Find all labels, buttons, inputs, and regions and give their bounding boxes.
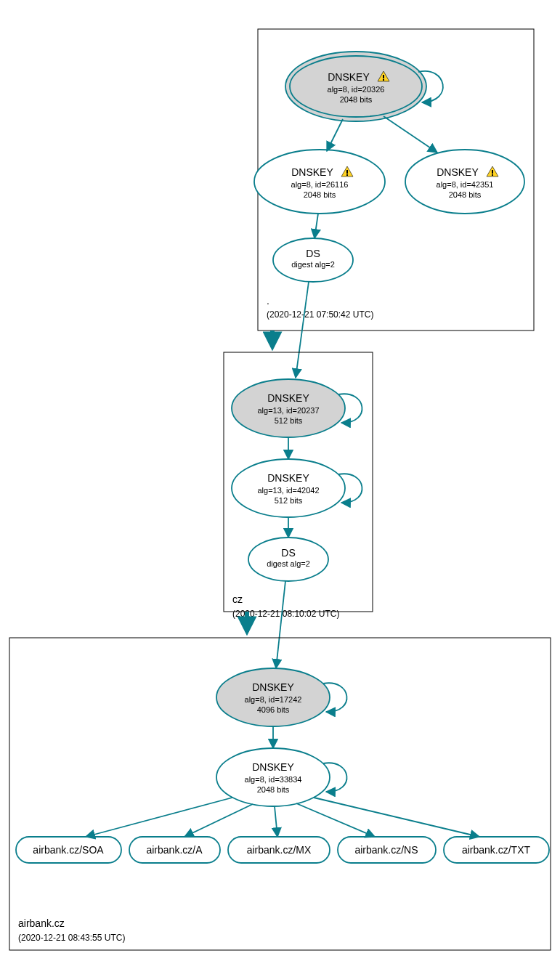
- node-ab-zsk: DNSKEY alg=8, id=33834 2048 bits: [216, 748, 330, 806]
- zone-root-name: .: [267, 295, 269, 307]
- cz-zsk-alg: alg=13, id=42042: [257, 486, 319, 495]
- root-zsk1-bits: 2048 bits: [304, 190, 336, 199]
- node-cz-ksk: DNSKEY alg=13, id=20237 512 bits: [232, 379, 345, 437]
- cz-ds-title: DS: [281, 547, 295, 559]
- record-a-label: airbank.cz/A: [146, 844, 203, 856]
- node-root-ds: DS digest alg=2: [273, 238, 353, 282]
- root-zsk2-alg: alg=8, id=42351: [437, 180, 494, 189]
- edge-root-ksk-zsk2: [384, 116, 437, 153]
- node-ab-ksk: DNSKEY alg=8, id=17242 4096 bits: [216, 668, 330, 726]
- zone-airbank: airbank.cz (2020-12-21 08:43:55 UTC) DNS…: [9, 638, 551, 950]
- zone-airbank-time: (2020-12-21 08:43:55 UTC): [18, 933, 125, 943]
- zone-cz: cz (2020-12-21 08:10:02 UTC) DNSKEY alg=…: [224, 352, 373, 619]
- record-soa: airbank.cz/SOA: [16, 837, 121, 863]
- edge-ab-zsk-mx: [275, 806, 277, 837]
- root-zsk2-bits: 2048 bits: [449, 190, 482, 199]
- root-ksk-title: DNSKEY: [328, 71, 370, 83]
- zone-cz-name: cz: [232, 593, 243, 605]
- edge-root-ksk-zsk1: [327, 119, 343, 151]
- record-mx: airbank.cz/MX: [228, 837, 330, 863]
- root-ds-alg: digest alg=2: [291, 260, 335, 269]
- root-ds-title: DS: [306, 248, 320, 259]
- node-root-zsk2: DNSKEY alg=8, id=42351 2048 bits: [405, 150, 524, 214]
- node-root-zsk1: DNSKEY alg=8, id=26116 2048 bits: [254, 150, 385, 214]
- ab-ksk-bits: 4096 bits: [257, 705, 290, 714]
- edge-ab-zsk-ns: [296, 803, 375, 837]
- edge-ab-zsk-a: [184, 804, 253, 837]
- record-ns-label: airbank.cz/NS: [354, 844, 418, 856]
- record-soa-label: airbank.cz/SOA: [33, 844, 104, 856]
- root-ksk-alg: alg=8, id=20326: [328, 85, 385, 94]
- cz-ksk-alg: alg=13, id=20237: [257, 406, 319, 415]
- root-ksk-bits: 2048 bits: [340, 95, 373, 104]
- node-cz-ds: DS digest alg=2: [248, 538, 328, 581]
- cz-zsk-bits: 512 bits: [275, 496, 303, 505]
- dnssec-diagram: . (2020-12-21 07:50:42 UTC) DNSKEY alg=8…: [0, 0, 560, 961]
- ab-zsk-title: DNSKEY: [252, 761, 294, 773]
- cz-zsk-title: DNSKEY: [267, 472, 309, 484]
- node-cz-zsk: DNSKEY alg=13, id=42042 512 bits: [232, 459, 345, 517]
- zone-airbank-name: airbank.cz: [18, 917, 65, 929]
- ab-zsk-alg: alg=8, id=33834: [245, 775, 302, 784]
- root-zsk2-title: DNSKEY: [437, 166, 479, 178]
- cz-ksk-bits: 512 bits: [275, 416, 303, 425]
- record-txt-label: airbank.cz/TXT: [462, 844, 531, 856]
- ab-ksk-title: DNSKEY: [252, 681, 294, 693]
- zone-root: . (2020-12-21 07:50:42 UTC) DNSKEY alg=8…: [254, 29, 534, 331]
- cz-ksk-title: DNSKEY: [267, 392, 309, 404]
- record-a: airbank.cz/A: [129, 837, 220, 863]
- record-ns: airbank.cz/NS: [338, 837, 436, 863]
- record-mx-label: airbank.cz/MX: [247, 844, 312, 856]
- edge-cz-ds-ab-ksk: [276, 581, 285, 668]
- record-txt: airbank.cz/TXT: [444, 837, 549, 863]
- ab-ksk-alg: alg=8, id=17242: [245, 695, 302, 704]
- zone-root-time: (2020-12-21 07:50:42 UTC): [267, 309, 373, 320]
- ab-zsk-bits: 2048 bits: [257, 785, 290, 794]
- cz-ds-alg: digest alg=2: [267, 559, 310, 568]
- edge-ab-zsk-txt: [314, 798, 479, 837]
- node-root-ksk: DNSKEY alg=8, id=20326 2048 bits: [285, 52, 426, 121]
- edge-root-zsk1-ds: [315, 214, 318, 238]
- root-zsk1-alg: alg=8, id=26116: [291, 180, 349, 189]
- edge-root-ds-cz-ksk: [296, 282, 309, 378]
- root-zsk1-title: DNSKEY: [291, 166, 333, 178]
- edge-ab-zsk-soa: [86, 798, 232, 837]
